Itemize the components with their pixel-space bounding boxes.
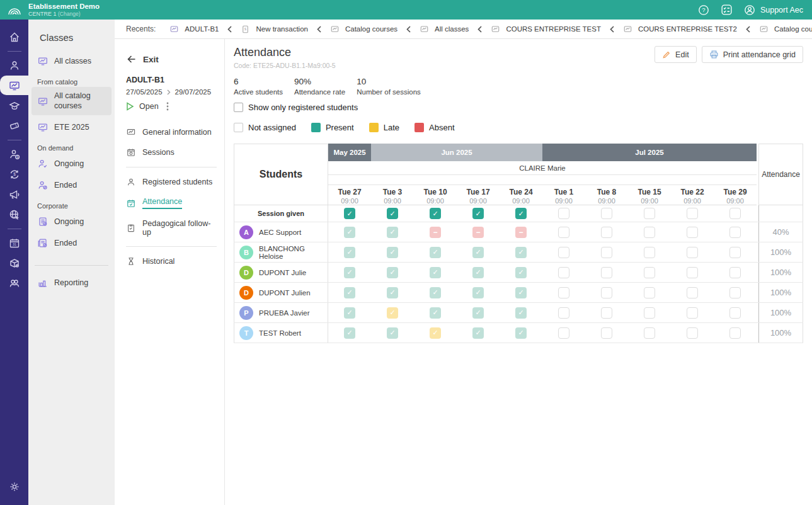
help-icon[interactable]: ? xyxy=(697,4,710,16)
attendance-cell[interactable] xyxy=(585,303,628,322)
attendance-cell[interactable] xyxy=(671,222,714,242)
session-given-checkbox[interactable] xyxy=(671,205,714,222)
attendance-cell[interactable] xyxy=(585,263,628,282)
session-given-checkbox[interactable] xyxy=(714,205,757,222)
session-given-checkbox[interactable] xyxy=(371,205,414,222)
attendance-cell[interactable] xyxy=(414,222,457,242)
attendance-cell[interactable] xyxy=(371,283,414,302)
dollar-cycle-icon[interactable]: $ xyxy=(0,164,28,184)
home-icon[interactable] xyxy=(0,27,28,47)
attendance-cell[interactable] xyxy=(628,263,671,282)
support-account-button[interactable]: Support Aec xyxy=(743,4,803,16)
calendar-31-icon[interactable]: 31 xyxy=(0,233,28,252)
attendance-cell[interactable] xyxy=(457,242,500,262)
session-given-checkbox[interactable] xyxy=(414,205,457,222)
attendance-cell[interactable] xyxy=(500,323,542,343)
sidebar-item-all-classes[interactable]: All classes xyxy=(28,50,115,72)
attendance-cell[interactable] xyxy=(371,263,414,282)
attendance-cell[interactable] xyxy=(457,303,500,322)
recent-item[interactable]: ADULT-B1 xyxy=(169,25,219,34)
session-given-checkbox[interactable] xyxy=(585,205,628,222)
attendance-cell[interactable] xyxy=(500,303,542,322)
attendance-cell[interactable] xyxy=(457,283,500,302)
attendance-cell[interactable] xyxy=(542,303,585,322)
attendance-cell[interactable] xyxy=(628,303,671,322)
graduate-icon[interactable] xyxy=(0,96,28,115)
attendance-cell[interactable] xyxy=(500,242,542,262)
sidebar-item-all-catalog-courses[interactable]: All catalog courses xyxy=(31,87,112,115)
attendance-cell[interactable] xyxy=(414,303,457,322)
more-menu-icon[interactable] xyxy=(166,102,169,111)
attendance-cell[interactable] xyxy=(628,222,671,242)
recent-item[interactable]: COURS ENTREPRISE TEST2 xyxy=(623,25,737,34)
nav-sessions[interactable]: Sessions xyxy=(126,142,217,162)
attendance-cell[interactable] xyxy=(371,323,414,343)
nav-historical[interactable]: Historical xyxy=(126,251,217,271)
students-person-icon[interactable] xyxy=(0,55,28,75)
person-dollar-icon[interactable]: $ xyxy=(0,144,28,164)
attendance-cell[interactable] xyxy=(714,242,757,262)
attendance-cell[interactable] xyxy=(414,323,457,343)
sidebar-item-on-demand-ended[interactable]: Ended xyxy=(28,174,115,196)
attendance-cell[interactable] xyxy=(585,242,628,262)
session-given-checkbox[interactable] xyxy=(457,205,500,222)
attendance-cell[interactable] xyxy=(585,222,628,242)
attendance-cell[interactable] xyxy=(371,222,414,242)
attendance-cell[interactable] xyxy=(671,303,714,322)
attendance-cell[interactable] xyxy=(628,323,671,343)
attendance-cell[interactable] xyxy=(457,222,500,242)
attendance-cell[interactable] xyxy=(585,323,628,343)
sidebar-item-corporate-ended[interactable]: Ended xyxy=(28,232,115,254)
sidebar-item-ete-2025[interactable]: ETE 2025 xyxy=(28,116,115,138)
session-given-checkbox[interactable] xyxy=(328,205,371,222)
attendance-cell[interactable] xyxy=(714,323,757,343)
student-name-cell[interactable]: T TEST Robert xyxy=(234,323,328,343)
attendance-cell[interactable] xyxy=(500,263,542,282)
session-given-checkbox[interactable] xyxy=(500,205,542,222)
attendance-cell[interactable] xyxy=(371,242,414,262)
session-given-checkbox[interactable] xyxy=(628,205,671,222)
attendance-cell[interactable] xyxy=(542,283,585,302)
recent-item[interactable]: All classes xyxy=(420,25,469,34)
nav-pedagogical-follow-up[interactable]: Pedagogical follow-up xyxy=(126,214,217,242)
student-name-cell[interactable]: B BLANCHONG Heloise xyxy=(234,242,328,262)
attendance-cell[interactable] xyxy=(671,263,714,282)
student-name-cell[interactable]: D DUPONT Julien xyxy=(234,283,328,302)
ticket-icon[interactable] xyxy=(0,116,28,135)
nav-registered-students[interactable]: Registered students xyxy=(126,172,217,192)
attendance-cell[interactable] xyxy=(671,323,714,343)
app-logo-icon[interactable] xyxy=(0,4,28,16)
edit-button[interactable]: Edit xyxy=(655,46,697,63)
attendance-cell[interactable] xyxy=(542,263,585,282)
print-attendance-grid-button[interactable]: Print attendance grid xyxy=(702,46,803,63)
attendance-cell[interactable] xyxy=(542,242,585,262)
student-name-cell[interactable]: A AEC Support xyxy=(234,222,328,242)
people-icon[interactable] xyxy=(0,273,28,293)
student-name-cell[interactable]: D DUPONT Julie xyxy=(234,263,328,282)
attendance-cell[interactable] xyxy=(328,323,371,343)
attendance-cell[interactable] xyxy=(500,222,542,242)
attendance-cell[interactable] xyxy=(542,222,585,242)
student-name-cell[interactable]: P PRUEBA Javier xyxy=(234,303,328,322)
sidebar-item-corporate-ongoing[interactable]: Ongoing xyxy=(28,211,115,232)
recent-item[interactable]: Catalog courses xyxy=(759,25,812,34)
nav-general-information[interactable]: General information xyxy=(126,122,217,142)
megaphone-icon[interactable] xyxy=(0,184,28,204)
exit-button[interactable]: Exit xyxy=(126,54,217,64)
attendance-cell[interactable] xyxy=(328,222,371,242)
sidebar-item-reporting[interactable]: Reporting xyxy=(28,272,115,293)
attendance-cell[interactable] xyxy=(328,283,371,302)
attendance-cell[interactable] xyxy=(628,283,671,302)
nav-attendance[interactable]: Attendance xyxy=(126,192,217,214)
classes-chart-board-icon[interactable] xyxy=(0,76,28,95)
attendance-cell[interactable] xyxy=(457,323,500,343)
attendance-cell[interactable] xyxy=(328,242,371,262)
gear-icon[interactable] xyxy=(0,477,28,496)
attendance-cell[interactable] xyxy=(714,263,757,282)
center-switcher[interactable]: CENTRE 1 (Change) xyxy=(28,11,100,18)
recent-item[interactable]: Catalog courses xyxy=(330,25,397,34)
attendance-cell[interactable] xyxy=(328,303,371,322)
attendance-cell[interactable] xyxy=(328,263,371,282)
attendance-cell[interactable] xyxy=(414,283,457,302)
attendance-cell[interactable] xyxy=(457,263,500,282)
